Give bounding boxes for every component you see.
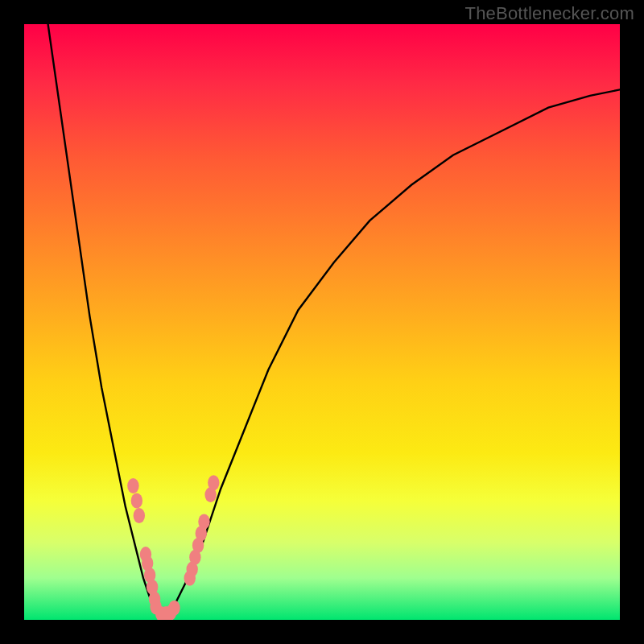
marker-bead	[134, 508, 145, 523]
curve-right-curve	[161, 89, 620, 617]
curve-left-curve	[48, 24, 162, 617]
marker-layer	[127, 475, 219, 620]
curve-layer	[48, 24, 620, 617]
marker-bead	[127, 478, 138, 493]
plot-area	[24, 24, 620, 620]
watermark-text: TheBottlenecker.com	[465, 3, 634, 24]
marker-bead	[198, 514, 209, 529]
marker-bead	[131, 493, 142, 509]
marker-bead	[168, 601, 180, 616]
chart-stage: TheBottlenecker.com	[0, 0, 644, 644]
marker-bead	[208, 475, 219, 490]
plot-svg	[24, 24, 620, 620]
